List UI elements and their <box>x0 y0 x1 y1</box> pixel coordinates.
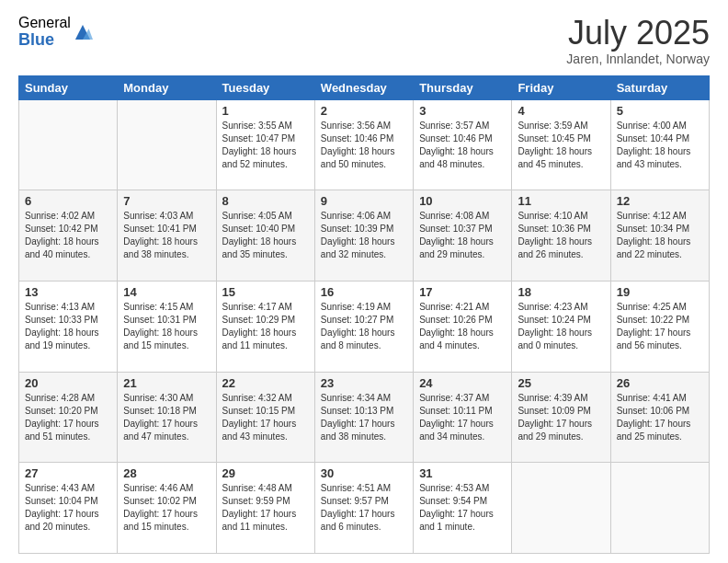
location: Jaren, Innlandet, Norway <box>566 52 710 66</box>
page: General Blue July 2025 Jaren, Innlandet,… <box>0 0 728 563</box>
day-info: Sunrise: 4:32 AMSunset: 10:15 PMDaylight… <box>222 392 309 443</box>
logo-text: General Blue <box>18 15 71 49</box>
day-number: 1 <box>222 104 309 118</box>
col-friday: Friday <box>512 75 610 99</box>
logo-icon <box>73 22 93 42</box>
day-info: Sunrise: 4:21 AMSunset: 10:26 PMDaylight… <box>419 301 506 352</box>
calendar-cell: 7Sunrise: 4:03 AMSunset: 10:41 PMDayligh… <box>118 190 216 282</box>
calendar-cell: 30Sunrise: 4:51 AMSunset: 9:57 PMDayligh… <box>314 463 413 554</box>
calendar-cell: 26Sunrise: 4:41 AMSunset: 10:06 PMDaylig… <box>610 372 709 463</box>
calendar-cell: 2Sunrise: 3:56 AMSunset: 10:46 PMDayligh… <box>314 99 413 190</box>
calendar-cell: 28Sunrise: 4:46 AMSunset: 10:02 PMDaylig… <box>118 463 216 554</box>
calendar-week-row-1: 1Sunrise: 3:55 AMSunset: 10:47 PMDayligh… <box>19 99 710 190</box>
day-info: Sunrise: 4:00 AMSunset: 10:44 PMDaylight… <box>617 120 703 171</box>
title-block: July 2025 Jaren, Innlandet, Norway <box>566 15 710 66</box>
calendar-cell: 25Sunrise: 4:39 AMSunset: 10:09 PMDaylig… <box>512 372 610 463</box>
calendar-cell: 19Sunrise: 4:25 AMSunset: 10:22 PMDaylig… <box>610 281 709 372</box>
calendar-cell: 15Sunrise: 4:17 AMSunset: 10:29 PMDaylig… <box>216 281 314 372</box>
day-number: 20 <box>25 376 111 390</box>
calendar-cell: 12Sunrise: 4:12 AMSunset: 10:34 PMDaylig… <box>610 190 709 282</box>
calendar-cell: 27Sunrise: 4:43 AMSunset: 10:04 PMDaylig… <box>19 463 118 554</box>
day-info: Sunrise: 4:02 AMSunset: 10:42 PMDaylight… <box>25 210 111 261</box>
logo-blue: Blue <box>18 31 71 50</box>
day-number: 24 <box>419 376 506 390</box>
day-info: Sunrise: 3:57 AMSunset: 10:46 PMDaylight… <box>419 120 506 171</box>
day-number: 17 <box>419 285 506 299</box>
day-info: Sunrise: 4:51 AMSunset: 9:57 PMDaylight:… <box>321 482 407 534</box>
calendar-cell: 20Sunrise: 4:28 AMSunset: 10:20 PMDaylig… <box>19 372 118 463</box>
calendar-cell <box>118 99 216 190</box>
day-number: 27 <box>25 466 111 480</box>
day-number: 11 <box>518 194 604 208</box>
day-info: Sunrise: 4:48 AMSunset: 9:59 PMDaylight:… <box>222 482 309 534</box>
calendar-week-row-4: 20Sunrise: 4:28 AMSunset: 10:20 PMDaylig… <box>19 372 710 463</box>
day-number: 18 <box>518 285 604 299</box>
day-info: Sunrise: 4:05 AMSunset: 10:40 PMDaylight… <box>222 210 309 261</box>
calendar-table: Sunday Monday Tuesday Wednesday Thursday… <box>18 75 710 554</box>
calendar-cell: 18Sunrise: 4:23 AMSunset: 10:24 PMDaylig… <box>512 281 610 372</box>
day-number: 10 <box>419 194 506 208</box>
day-info: Sunrise: 4:37 AMSunset: 10:11 PMDaylight… <box>419 392 506 443</box>
day-info: Sunrise: 4:30 AMSunset: 10:18 PMDaylight… <box>123 392 210 443</box>
col-wednesday: Wednesday <box>314 75 413 99</box>
calendar-cell: 8Sunrise: 4:05 AMSunset: 10:40 PMDayligh… <box>216 190 314 282</box>
calendar-cell: 31Sunrise: 4:53 AMSunset: 9:54 PMDayligh… <box>414 463 512 554</box>
day-number: 6 <box>25 194 111 208</box>
logo: General Blue <box>18 15 93 49</box>
col-monday: Monday <box>118 75 216 99</box>
calendar-week-row-2: 6Sunrise: 4:02 AMSunset: 10:42 PMDayligh… <box>19 190 710 282</box>
day-info: Sunrise: 4:43 AMSunset: 10:04 PMDaylight… <box>25 482 111 534</box>
day-number: 31 <box>419 466 506 480</box>
day-number: 2 <box>321 104 407 118</box>
day-info: Sunrise: 3:55 AMSunset: 10:47 PMDaylight… <box>222 120 309 171</box>
day-info: Sunrise: 4:13 AMSunset: 10:33 PMDaylight… <box>25 301 111 352</box>
day-number: 7 <box>123 194 210 208</box>
day-number: 5 <box>617 104 703 118</box>
day-info: Sunrise: 4:28 AMSunset: 10:20 PMDaylight… <box>25 392 111 443</box>
day-number: 25 <box>518 376 604 390</box>
day-info: Sunrise: 4:53 AMSunset: 9:54 PMDaylight:… <box>419 482 506 534</box>
day-info: Sunrise: 4:19 AMSunset: 10:27 PMDaylight… <box>321 301 407 352</box>
day-info: Sunrise: 4:03 AMSunset: 10:41 PMDaylight… <box>123 210 210 261</box>
day-number: 8 <box>222 194 309 208</box>
day-info: Sunrise: 4:25 AMSunset: 10:22 PMDaylight… <box>617 301 703 352</box>
day-info: Sunrise: 4:15 AMSunset: 10:31 PMDaylight… <box>123 301 210 352</box>
day-info: Sunrise: 4:41 AMSunset: 10:06 PMDaylight… <box>617 392 703 443</box>
day-number: 4 <box>518 104 604 118</box>
day-number: 26 <box>617 376 703 390</box>
day-number: 19 <box>617 285 703 299</box>
header: General Blue July 2025 Jaren, Innlandet,… <box>18 15 710 66</box>
calendar-cell: 23Sunrise: 4:34 AMSunset: 10:13 PMDaylig… <box>314 372 413 463</box>
calendar-cell <box>512 463 610 554</box>
day-info: Sunrise: 4:06 AMSunset: 10:39 PMDaylight… <box>321 210 407 261</box>
calendar-cell: 24Sunrise: 4:37 AMSunset: 10:11 PMDaylig… <box>414 372 512 463</box>
calendar-week-row-5: 27Sunrise: 4:43 AMSunset: 10:04 PMDaylig… <box>19 463 710 554</box>
col-tuesday: Tuesday <box>216 75 314 99</box>
logo-general: General <box>18 15 71 31</box>
day-number: 13 <box>25 285 111 299</box>
day-number: 3 <box>419 104 506 118</box>
col-thursday: Thursday <box>414 75 512 99</box>
day-info: Sunrise: 4:23 AMSunset: 10:24 PMDaylight… <box>518 301 604 352</box>
day-number: 30 <box>321 466 407 480</box>
day-info: Sunrise: 4:12 AMSunset: 10:34 PMDaylight… <box>617 210 703 261</box>
calendar-cell: 16Sunrise: 4:19 AMSunset: 10:27 PMDaylig… <box>314 281 413 372</box>
day-info: Sunrise: 4:34 AMSunset: 10:13 PMDaylight… <box>321 392 407 443</box>
day-info: Sunrise: 4:08 AMSunset: 10:37 PMDaylight… <box>419 210 506 261</box>
calendar-cell: 13Sunrise: 4:13 AMSunset: 10:33 PMDaylig… <box>19 281 118 372</box>
day-number: 28 <box>123 466 210 480</box>
calendar-cell <box>610 463 709 554</box>
day-number: 9 <box>321 194 407 208</box>
calendar-cell: 5Sunrise: 4:00 AMSunset: 10:44 PMDayligh… <box>610 99 709 190</box>
calendar-cell: 6Sunrise: 4:02 AMSunset: 10:42 PMDayligh… <box>19 190 118 282</box>
day-number: 12 <box>617 194 703 208</box>
calendar-cell: 3Sunrise: 3:57 AMSunset: 10:46 PMDayligh… <box>414 99 512 190</box>
day-number: 23 <box>321 376 407 390</box>
day-number: 16 <box>321 285 407 299</box>
calendar-cell: 1Sunrise: 3:55 AMSunset: 10:47 PMDayligh… <box>216 99 314 190</box>
day-info: Sunrise: 4:46 AMSunset: 10:02 PMDaylight… <box>123 482 210 534</box>
day-number: 22 <box>222 376 309 390</box>
day-number: 15 <box>222 285 309 299</box>
col-saturday: Saturday <box>610 75 709 99</box>
col-sunday: Sunday <box>19 75 118 99</box>
